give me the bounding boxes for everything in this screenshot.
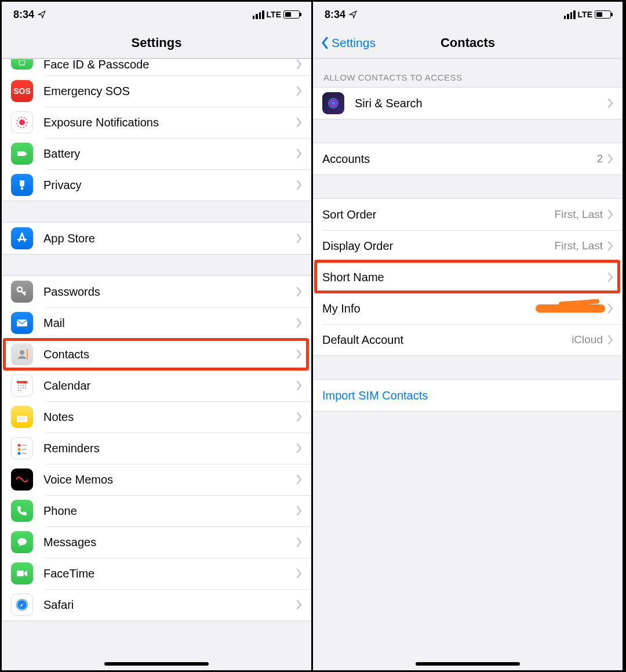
svg-point-1 — [19, 119, 25, 125]
row-label: Exposure Notifications — [43, 116, 296, 129]
settings-row-mail[interactable]: Mail — [2, 307, 311, 339]
mail-icon — [11, 312, 33, 334]
settings-row-facetime[interactable]: FaceTime — [2, 558, 311, 589]
chevron-icon — [296, 537, 302, 547]
svg-point-12 — [23, 385, 24, 386]
svg-point-5 — [17, 287, 22, 292]
row-label: Voice Memos — [43, 473, 296, 486]
contacts-settings-list[interactable]: Allow Contacts to Access Siri & Search A… — [313, 59, 623, 670]
settings-row-messages[interactable]: Messages — [2, 526, 311, 558]
location-icon — [349, 10, 357, 19]
chevron-icon — [607, 98, 613, 108]
contacts-icon — [11, 343, 33, 365]
row-siri-search[interactable]: Siri & Search — [313, 88, 623, 119]
settings-row-passwords[interactable]: Passwords — [2, 276, 311, 307]
notes-icon — [11, 406, 33, 428]
page-title: Contacts — [441, 35, 495, 50]
row-label: Face ID & Passcode — [43, 59, 296, 71]
row-label: Mail — [43, 317, 296, 330]
chevron-icon — [607, 209, 613, 220]
chevron-icon — [296, 148, 302, 159]
safari-icon — [11, 594, 33, 616]
row-value: First, Last — [555, 208, 603, 221]
chevron-icon — [296, 180, 302, 190]
row-label: Privacy — [43, 179, 296, 192]
settings-row-sos[interactable]: SOS Emergency SOS — [2, 75, 311, 107]
chevron-icon — [296, 600, 302, 610]
chevron-left-icon — [320, 36, 329, 50]
settings-row-battery[interactable]: Battery — [2, 138, 311, 169]
settings-row-contacts[interactable]: Contacts — [2, 339, 311, 370]
svg-point-15 — [20, 387, 21, 388]
row-label: Battery — [43, 147, 296, 161]
chevron-icon — [296, 318, 302, 328]
siri-icon — [322, 92, 344, 114]
svg-rect-4 — [26, 152, 27, 155]
reminders-icon — [11, 437, 33, 459]
settings-row-faceid[interactable]: Face ID & Passcode — [2, 59, 311, 75]
back-button[interactable]: Settings — [320, 36, 376, 50]
chevron-icon — [607, 241, 613, 251]
svg-point-16 — [23, 387, 24, 388]
chevron-icon — [607, 335, 613, 345]
section-header-access: Allow Contacts to Access — [313, 59, 623, 87]
svg-point-24 — [18, 448, 21, 451]
voicememos-icon — [11, 468, 33, 491]
row-label: Default Account — [322, 333, 572, 347]
row-label: Messages — [43, 536, 296, 549]
home-indicator[interactable] — [416, 662, 520, 666]
svg-rect-6 — [17, 319, 27, 326]
settings-row-notes[interactable]: Notes — [2, 401, 311, 433]
row-value: 2 — [596, 152, 603, 165]
row-label: Safari — [43, 598, 296, 612]
facetime-icon — [11, 562, 33, 584]
row-display-order[interactable]: Display Order First, Last — [313, 230, 623, 261]
network-label: LTE — [578, 10, 592, 19]
row-label: Calendar — [43, 379, 296, 393]
row-accounts[interactable]: Accounts 2 — [313, 143, 623, 175]
exposure-icon — [11, 111, 33, 133]
nav-bar: Settings — [2, 27, 311, 59]
settings-row-phone[interactable]: Phone — [2, 495, 311, 526]
row-label: Short Name — [322, 271, 607, 284]
row-sort-order[interactable]: Sort Order First, Last — [313, 199, 623, 230]
status-time: 8:34 — [13, 9, 34, 21]
settings-row-calendar[interactable]: Calendar — [2, 370, 311, 401]
svg-point-19 — [20, 390, 21, 391]
home-indicator[interactable] — [104, 662, 209, 666]
settings-row-appstore[interactable]: App Store — [2, 223, 311, 254]
chevron-icon — [607, 154, 613, 164]
svg-point-23 — [18, 444, 21, 447]
chevron-icon — [296, 286, 302, 297]
settings-row-safari[interactable]: Safari — [2, 589, 311, 620]
row-import-sim[interactable]: Import SIM Contacts — [313, 380, 623, 411]
settings-row-privacy[interactable]: Privacy — [2, 169, 311, 201]
row-default-account[interactable]: Default Account iCloud — [313, 324, 623, 355]
signal-icon — [564, 10, 576, 19]
settings-row-voicememos[interactable]: Voice Memos — [2, 464, 311, 495]
appstore-icon — [11, 227, 33, 249]
row-label: FaceTime — [43, 567, 296, 580]
svg-point-14 — [18, 387, 19, 388]
svg-point-29 — [17, 538, 27, 545]
svg-rect-3 — [17, 151, 26, 156]
myinfo-redaction — [536, 304, 605, 313]
svg-point-25 — [18, 452, 21, 455]
chevron-icon — [296, 443, 302, 453]
row-short-name[interactable]: Short Name — [313, 261, 623, 293]
battery-app-icon — [11, 143, 33, 165]
status-time: 8:34 — [325, 9, 345, 21]
settings-row-exposure[interactable]: Exposure Notifications — [2, 107, 311, 138]
faceid-icon — [11, 59, 33, 70]
row-label: App Store — [43, 232, 296, 245]
row-label: Reminders — [43, 442, 296, 455]
settings-row-reminders[interactable]: Reminders — [2, 433, 311, 464]
row-label: Contacts — [43, 348, 296, 361]
settings-list[interactable]: Face ID & Passcode SOS Emergency SOS Exp… — [2, 59, 311, 670]
svg-point-18 — [18, 390, 19, 391]
chevron-icon — [296, 233, 302, 244]
svg-point-11 — [20, 385, 21, 386]
chevron-icon — [296, 380, 302, 391]
chevron-icon — [296, 59, 302, 70]
messages-icon — [11, 531, 33, 553]
